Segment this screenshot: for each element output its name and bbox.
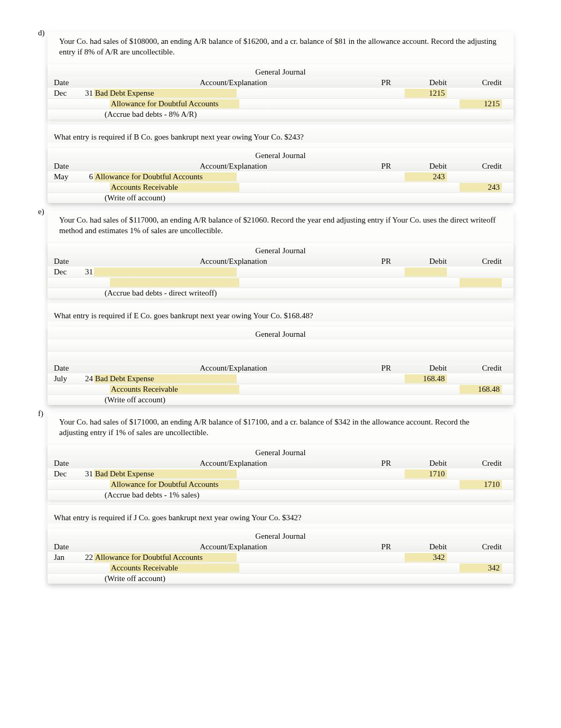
cell-account: Allowance for Doubtful Accounts [94, 480, 373, 489]
journal-spacer-row [48, 351, 513, 363]
answer-account-field[interactable]: Accounts Receivable [110, 564, 239, 573]
hdr-pr: PR [373, 162, 399, 171]
answer-debit-field[interactable] [405, 268, 447, 277]
answer-debit-field[interactable]: 168.48 [405, 374, 447, 383]
cell-account: Bad Debt Expense [94, 374, 373, 383]
answer-credit-field[interactable] [460, 278, 502, 287]
journal-title: General Journal [48, 529, 513, 541]
general-journal: General JournalDateAccount/ExplanationPR… [48, 529, 513, 584]
cell-month: Jan [54, 553, 80, 562]
journal-title: General Journal [48, 243, 513, 256]
answer-account-field[interactable]: Allowance for Doubtful Accounts [94, 553, 237, 562]
journal-row: Dec31 [48, 266, 513, 277]
hdr-pr: PR [373, 78, 399, 87]
hdr-debit: Debit [399, 542, 454, 551]
cell-memo-text: (Write off account) [94, 395, 165, 404]
cell-account: (Write off account) [94, 574, 373, 583]
journal-title: General Journal [48, 445, 513, 458]
cell-account: (Write off account) [94, 193, 373, 202]
journal-row: (Accrue bad debts - direct writeoff) [48, 288, 513, 298]
hdr-debit: Debit [399, 78, 454, 87]
hdr-credit: Credit [454, 162, 507, 171]
hdr-pr: PR [373, 459, 399, 468]
cell-debit [399, 268, 454, 277]
problem-card: d)Your Co. had sales of $108000, an endi… [48, 32, 513, 203]
answer-account-field[interactable]: Bad Debt Expense [94, 374, 237, 383]
problem: d)Your Co. had sales of $108000, an endi… [48, 32, 513, 59]
answer-account-field[interactable]: Accounts Receivable [110, 183, 239, 192]
journal-row: Allowance for Doubtful Accounts1710 [48, 479, 513, 490]
cell-day: 31 [80, 89, 94, 98]
answer-account-field[interactable]: Allowance for Doubtful Accounts [110, 99, 239, 108]
problem-card: f)Your Co. had sales of $171000, an endi… [48, 412, 513, 584]
answer-credit-field[interactable]: 1215 [460, 99, 502, 108]
cell-day: 31 [80, 469, 94, 478]
hdr-date: Date [54, 459, 80, 468]
problem-prompt: Your Co. had sales of $117000, an ending… [48, 213, 513, 238]
hdr-date: Date [54, 257, 80, 266]
cell-account: (Accrue bad debts - direct writeoff) [94, 289, 373, 298]
answer-account-field[interactable] [94, 268, 237, 277]
problem: f)Your Co. had sales of $171000, an endi… [48, 412, 513, 440]
hdr-acct: Account/Explanation [94, 459, 373, 468]
answer-account-field[interactable]: Allowance for Doubtful Accounts [94, 172, 237, 181]
sub-question: What entry is required if J Co. goes ban… [48, 504, 513, 523]
answer-account-field[interactable]: Bad Debt Expense [94, 89, 237, 98]
hdr-credit: Credit [454, 459, 507, 468]
journal-row: Accounts Receivable168.48 [48, 384, 513, 394]
cell-memo-text: (Accrue bad debts - 8% A/R) [94, 110, 197, 118]
answer-debit-field[interactable]: 1710 [405, 469, 447, 478]
journal-row: Jan22Allowance for Doubtful Accounts342 [48, 552, 513, 563]
cell-debit: 1215 [399, 89, 454, 98]
answer-credit-field[interactable]: 243 [460, 183, 502, 192]
answer-credit-field[interactable]: 168.48 [460, 385, 502, 394]
general-journal: General JournalDateAccount/ExplanationPR… [48, 148, 513, 203]
hdr-pr: PR [373, 364, 399, 373]
cell-memo-text: (Write off account) [94, 193, 165, 202]
answer-credit-field[interactable]: 1710 [460, 480, 502, 489]
hdr-date: Date [54, 364, 80, 373]
hdr-acct: Account/Explanation [94, 78, 373, 87]
cell-credit: 1215 [454, 99, 507, 108]
hdr-pr: PR [373, 542, 399, 551]
hdr-debit: Debit [399, 364, 454, 373]
hdr-pr: PR [373, 257, 399, 266]
cell-credit: 168.48 [454, 385, 507, 394]
cell-account: Allowance for Doubtful Accounts [94, 553, 373, 562]
hdr-date: Date [54, 78, 80, 87]
journal-row: Dec31Bad Debt Expense1710 [48, 468, 513, 479]
problem-letter: f) [38, 409, 43, 418]
cell-account: Accounts Receivable [94, 183, 373, 192]
journal-row: Accounts Receivable243 [48, 182, 513, 192]
problem-letter: e) [38, 207, 44, 216]
cell-month: May [54, 172, 80, 181]
sub-question: What entry is required if B Co. goes ban… [48, 124, 513, 143]
journal-header-row: DateAccount/ExplanationPRDebitCredit [48, 256, 513, 266]
answer-account-field[interactable]: Accounts Receivable [110, 385, 239, 394]
answer-account-field[interactable]: Bad Debt Expense [94, 469, 237, 478]
answer-credit-field[interactable]: 342 [460, 564, 502, 573]
cell-credit: 1710 [454, 480, 507, 489]
answer-account-field[interactable] [110, 278, 239, 287]
cell-account: Bad Debt Expense [94, 469, 373, 478]
journal-row: (Write off account) [48, 192, 513, 203]
answer-debit-field[interactable]: 1215 [405, 89, 447, 98]
hdr-debit: Debit [399, 257, 454, 266]
cell-credit: 342 [454, 564, 507, 573]
hdr-debit: Debit [399, 162, 454, 171]
problem-prompt: Your Co. had sales of $108000, an ending… [48, 34, 513, 59]
journal-header-row: DateAccount/ExplanationPRDebitCredit [48, 363, 513, 373]
cell-memo-text: (Accrue bad debts - direct writeoff) [94, 289, 217, 297]
journal-title: General Journal [48, 148, 513, 161]
general-journal: General JournalDateAccount/ExplanationPR… [48, 327, 513, 405]
cell-account: Accounts Receivable [94, 564, 373, 573]
journal-row: (Accrue bad debts - 8% A/R) [48, 109, 513, 119]
hdr-date: Date [54, 162, 80, 171]
answer-account-field[interactable]: Allowance for Doubtful Accounts [110, 480, 239, 489]
cell-day: 6 [80, 172, 94, 181]
journal-title: General Journal [48, 327, 513, 339]
answer-debit-field[interactable]: 243 [405, 172, 447, 181]
journal-row: (Write off account) [48, 394, 513, 405]
cell-debit: 1710 [399, 469, 454, 478]
answer-debit-field[interactable]: 342 [405, 553, 447, 562]
